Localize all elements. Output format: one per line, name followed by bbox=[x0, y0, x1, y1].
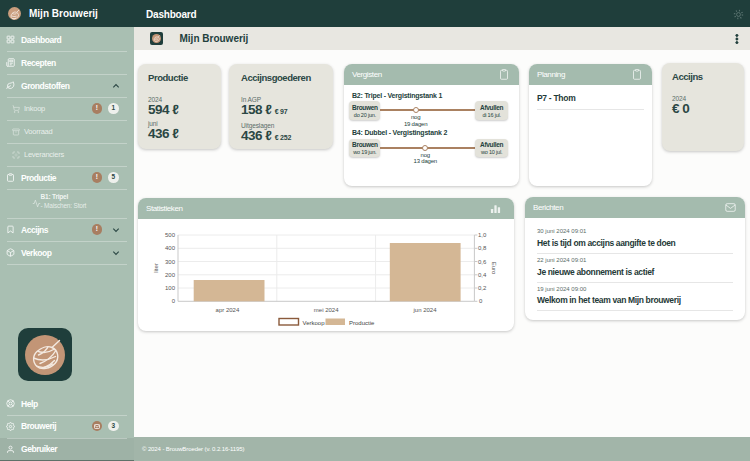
svg-text:0,4: 0,4 bbox=[478, 272, 487, 278]
svg-text:300: 300 bbox=[165, 259, 176, 265]
svg-text:jun 2024: jun 2024 bbox=[412, 307, 437, 313]
svg-text:Euro: Euro bbox=[491, 262, 497, 275]
svg-text:mei 2024: mei 2024 bbox=[314, 307, 339, 313]
svg-text:apr 2024: apr 2024 bbox=[216, 307, 240, 313]
svg-text:400: 400 bbox=[165, 245, 176, 251]
svg-text:Verkoop: Verkoop bbox=[303, 320, 326, 326]
svg-text:500: 500 bbox=[165, 232, 176, 238]
svg-text:100: 100 bbox=[165, 285, 176, 291]
svg-text:0: 0 bbox=[479, 298, 483, 304]
svg-text:0,2: 0,2 bbox=[478, 285, 487, 291]
svg-text:liter: liter bbox=[153, 263, 159, 273]
svg-text:0: 0 bbox=[172, 298, 176, 304]
svg-text:0,6: 0,6 bbox=[478, 259, 487, 265]
svg-text:200: 200 bbox=[165, 272, 176, 278]
svg-text:Productie: Productie bbox=[349, 320, 375, 326]
svg-text:0,8: 0,8 bbox=[478, 245, 487, 251]
svg-text:1,0: 1,0 bbox=[478, 232, 487, 238]
